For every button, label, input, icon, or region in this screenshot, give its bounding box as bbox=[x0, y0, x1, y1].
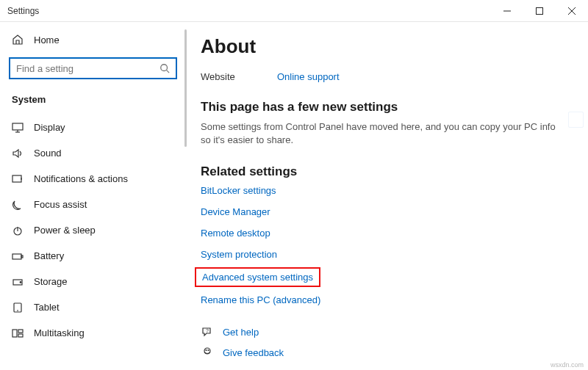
nav-battery[interactable]: Battery bbox=[9, 244, 177, 268]
nav-storage[interactable]: Storage bbox=[9, 269, 177, 294]
ghost-button bbox=[568, 112, 584, 128]
nav-label: Display bbox=[34, 122, 65, 133]
nav-notifications[interactable]: Notifications & actions bbox=[9, 167, 177, 191]
nav-label: Battery bbox=[34, 250, 64, 261]
nav-label: Focus assist bbox=[34, 199, 87, 210]
give-feedback-row[interactable]: Give feedback bbox=[201, 347, 567, 358]
svg-rect-6 bbox=[12, 123, 23, 130]
home-icon bbox=[12, 34, 24, 46]
feedback-icon bbox=[201, 347, 214, 358]
watermark: wsxdn.com bbox=[551, 361, 584, 369]
new-settings-heading: This page has a few new settings bbox=[201, 100, 567, 115]
nav-power-sleep[interactable]: Power & sleep bbox=[9, 218, 177, 242]
sound-icon bbox=[12, 148, 24, 159]
svg-rect-9 bbox=[12, 175, 21, 182]
related-link[interactable]: Remote desktop bbox=[201, 228, 270, 239]
maximize-button[interactable] bbox=[523, 0, 556, 22]
svg-rect-12 bbox=[12, 254, 21, 259]
nav-label: Multitasking bbox=[34, 327, 85, 338]
home-nav[interactable]: Home bbox=[9, 29, 177, 50]
nav-tablet[interactable]: Tablet bbox=[9, 295, 177, 319]
svg-point-23 bbox=[206, 350, 207, 351]
nav-label: Storage bbox=[34, 276, 68, 287]
new-settings-subtext: Some settings from Control Panel have mo… bbox=[201, 120, 567, 147]
give-feedback-link[interactable]: Give feedback bbox=[223, 347, 284, 358]
content: About Website Online support This page h… bbox=[186, 22, 588, 370]
get-help-row[interactable]: ? Get help bbox=[201, 326, 567, 338]
svg-point-4 bbox=[161, 65, 168, 71]
related-link[interactable]: System protection bbox=[201, 249, 277, 260]
get-help-icon: ? bbox=[201, 326, 214, 338]
battery-icon bbox=[12, 251, 24, 261]
svg-rect-19 bbox=[18, 330, 23, 333]
related-link[interactable]: BitLocker settings bbox=[201, 185, 276, 196]
category-title: System bbox=[9, 91, 177, 115]
nav-label: Notifications & actions bbox=[34, 173, 128, 184]
svg-point-15 bbox=[20, 281, 21, 283]
tablet-icon bbox=[12, 302, 24, 313]
power-icon bbox=[12, 225, 24, 236]
page-title: About bbox=[201, 35, 567, 58]
display-icon bbox=[12, 123, 24, 133]
related-heading: Related settings bbox=[201, 164, 567, 179]
close-button[interactable] bbox=[556, 0, 588, 22]
related-link[interactable]: Device Manager bbox=[201, 206, 270, 217]
svg-rect-20 bbox=[18, 334, 23, 337]
search-input-wrap[interactable] bbox=[9, 57, 177, 79]
svg-rect-13 bbox=[21, 255, 23, 258]
window-title: Settings bbox=[7, 6, 39, 16]
search-icon bbox=[159, 63, 170, 73]
svg-line-5 bbox=[167, 70, 170, 73]
nav-sound[interactable]: Sound bbox=[9, 141, 177, 165]
window-controls bbox=[491, 0, 588, 21]
sidebar: Home System Display Sound bbox=[0, 22, 186, 370]
home-label: Home bbox=[34, 35, 60, 46]
focus-assist-icon bbox=[12, 200, 24, 210]
close-icon bbox=[568, 7, 576, 15]
related-link[interactable]: Rename this PC (advanced) bbox=[201, 294, 320, 305]
nav-display[interactable]: Display bbox=[9, 115, 177, 139]
minimize-icon bbox=[503, 7, 511, 15]
nav-label: Sound bbox=[34, 148, 62, 159]
website-row: Website Online support bbox=[201, 71, 567, 82]
search-input[interactable] bbox=[16, 63, 159, 74]
website-label: Website bbox=[201, 71, 248, 82]
minimize-button[interactable] bbox=[491, 0, 523, 22]
nav-list: Display Sound Notifications & actions Fo… bbox=[9, 115, 177, 345]
svg-rect-18 bbox=[12, 330, 17, 337]
online-support-link[interactable]: Online support bbox=[277, 71, 340, 82]
maximize-icon bbox=[536, 7, 543, 15]
storage-icon bbox=[12, 277, 24, 287]
notifications-icon bbox=[12, 174, 24, 184]
scrollbar[interactable] bbox=[184, 29, 187, 147]
get-help-link[interactable]: Get help bbox=[223, 327, 259, 338]
related-link[interactable]: Advanced system settings bbox=[195, 267, 320, 287]
svg-point-24 bbox=[208, 350, 209, 351]
titlebar: Settings bbox=[0, 0, 588, 22]
nav-label: Tablet bbox=[34, 302, 60, 313]
nav-label: Power & sleep bbox=[34, 225, 96, 236]
svg-text:?: ? bbox=[206, 328, 209, 333]
nav-focus-assist[interactable]: Focus assist bbox=[9, 192, 177, 217]
nav-multitasking[interactable]: Multitasking bbox=[9, 321, 177, 345]
related-links: BitLocker settingsDevice ManagerRemote d… bbox=[201, 185, 567, 305]
svg-rect-1 bbox=[537, 8, 543, 15]
multitasking-icon bbox=[12, 328, 24, 338]
